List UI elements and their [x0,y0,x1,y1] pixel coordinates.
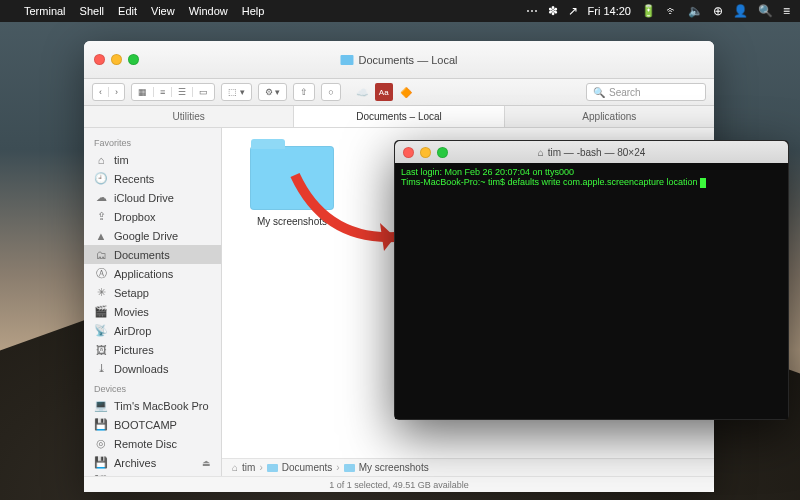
arrange-button[interactable]: ⬚ ▾ [222,87,251,97]
sidebar-item-label: AirDrop [114,325,151,337]
sidebar-icon: Ⓐ [94,266,108,281]
toolbar-app-icon[interactable]: 🔶 [397,83,415,101]
view-icon-button[interactable]: ▦ [132,87,153,97]
minimize-icon[interactable] [111,54,122,65]
sidebar-heading-devices: Devices [84,378,221,396]
sidebar-item-google-drive[interactable]: ▲Google Drive [84,226,221,245]
status-icon[interactable]: ⋯ [526,4,538,18]
tab-utilities[interactable]: Utilities [84,106,294,127]
toolbar-app-icon[interactable]: Aa [375,83,393,101]
terminal-title: tim — -bash — 80×24 [548,147,646,158]
volume-icon[interactable]: 🔈 [688,4,703,18]
search-placeholder: Search [609,87,641,98]
chevron-right-icon: › [336,462,339,473]
sidebar-device-archives[interactable]: 💾Archives⏏ [84,453,221,472]
eject-icon[interactable]: ⏏ [202,458,211,468]
sidebar-item-label: Downloads [114,363,168,375]
terminal-command: defaults write com.apple.screencapture l… [507,177,700,187]
close-icon[interactable] [403,147,414,158]
menubar-item-window[interactable]: Window [189,5,228,17]
sidebar-item-label: Documents [114,249,170,261]
sidebar-icon: 🖼 [94,344,108,356]
menubar-clock[interactable]: Fri 14:20 [588,5,631,17]
search-input[interactable]: 🔍 Search [586,83,706,101]
sidebar-item-label: Applications [114,268,173,280]
zoom-icon[interactable] [437,147,448,158]
status-icon[interactable]: ✽ [548,4,558,18]
sidebar-icon: ▲ [94,230,108,242]
sidebar-item-documents[interactable]: 🗂Documents [84,245,221,264]
sidebar-item-pictures[interactable]: 🖼Pictures [84,340,221,359]
sidebar-item-tim[interactable]: ⌂tim [84,150,221,169]
menubar-item-view[interactable]: View [151,5,175,17]
sidebar-icon: ⌂ [94,154,108,166]
sidebar-icon: ⤓ [94,362,108,375]
nav-back-button[interactable]: ‹ [93,87,108,97]
view-column-button[interactable]: ☰ [171,87,192,97]
terminal-body[interactable]: Last login: Mon Feb 26 20:07:04 on ttys0… [395,163,788,419]
tab-applications[interactable]: Applications [505,106,714,127]
menubar-item-edit[interactable]: Edit [118,5,137,17]
zoom-icon[interactable] [128,54,139,65]
sidebar-item-label: Pictures [114,344,154,356]
tags-button[interactable]: ○ [322,87,339,97]
share-button[interactable]: ⇧ [294,87,314,97]
home-icon: ⌂ [538,147,544,158]
finder-tabs: Utilities Documents – Local Applications [84,106,714,128]
sidebar-item-applications[interactable]: ⒶApplications [84,264,221,283]
toolbar-app-icon[interactable]: ☁️ [353,83,371,101]
search-icon[interactable]: 🔍 [758,4,773,18]
path-segment[interactable]: tim [242,462,255,473]
path-segment[interactable]: My screenshots [359,462,429,473]
minimize-icon[interactable] [420,147,431,158]
sidebar-item-label: tim [114,154,129,166]
system-menubar: Terminal Shell Edit View Window Help ⋯ ✽… [0,0,800,22]
view-list-button[interactable]: ≡ [153,87,171,97]
terminal-window: ⌂tim — -bash — 80×24 Last login: Mon Feb… [394,140,789,420]
terminal-output: Last login: Mon Feb 26 20:07:04 on ttys0… [401,167,782,177]
status-icon[interactable]: 🔋 [641,4,656,18]
menubar-item-help[interactable]: Help [242,5,265,17]
cursor-icon [700,178,706,188]
sidebar-item-setapp[interactable]: ✳Setapp [84,283,221,302]
sidebar-icon: ◎ [94,437,108,450]
sidebar-item-dropbox[interactable]: ⇪Dropbox [84,207,221,226]
nav-forward-button[interactable]: › [108,87,124,97]
sidebar-item-airdrop[interactable]: 📡AirDrop [84,321,221,340]
window-title: Documents — Local [358,54,457,66]
user-icon: ⌂ [232,462,238,473]
folder-icon [267,464,278,472]
sidebar-item-label: Google Drive [114,230,178,242]
sidebar-item-icloud-drive[interactable]: ☁iCloud Drive [84,188,221,207]
sidebar-icon: 💻 [94,399,108,412]
status-icon[interactable]: ⊕ [713,4,723,18]
sidebar-icon: 🎬 [94,305,108,318]
notifications-icon[interactable]: ≡ [783,4,790,18]
close-icon[interactable] [94,54,105,65]
sidebar-item-label: Setapp [114,287,149,299]
sidebar-icon: 🗂 [94,249,108,261]
svg-marker-0 [380,223,395,251]
menubar-app[interactable]: Terminal [24,5,66,17]
sidebar-icon: 💾 [94,418,108,431]
status-icon[interactable]: ↗ [568,4,578,18]
search-icon: 🔍 [593,87,605,98]
menubar-item-shell[interactable]: Shell [80,5,104,17]
user-icon[interactable]: 👤 [733,4,748,18]
sidebar-heading-favorites: Favorites [84,132,221,150]
terminal-titlebar[interactable]: ⌂tim — -bash — 80×24 [395,141,788,163]
action-button[interactable]: ⚙ ▾ [259,87,287,97]
wifi-icon[interactable]: ᯤ [666,4,678,18]
path-segment[interactable]: Documents [282,462,333,473]
sidebar-item-movies[interactable]: 🎬Movies [84,302,221,321]
sidebar-device-bootcamp[interactable]: 💾BOOTCAMP [84,415,221,434]
sidebar-item-label: Dropbox [114,211,156,223]
sidebar-device-remote-disc[interactable]: ◎Remote Disc [84,434,221,453]
finder-titlebar[interactable]: Documents — Local [84,41,714,79]
sidebar-item-label: Remote Disc [114,438,177,450]
tab-documents[interactable]: Documents – Local [294,106,504,127]
sidebar-item-downloads[interactable]: ⤓Downloads [84,359,221,378]
sidebar-item-recents[interactable]: 🕘Recents [84,169,221,188]
sidebar-device-tim-s-macbook-pro[interactable]: 💻Tim's MacBook Pro [84,396,221,415]
view-gallery-button[interactable]: ▭ [192,87,214,97]
